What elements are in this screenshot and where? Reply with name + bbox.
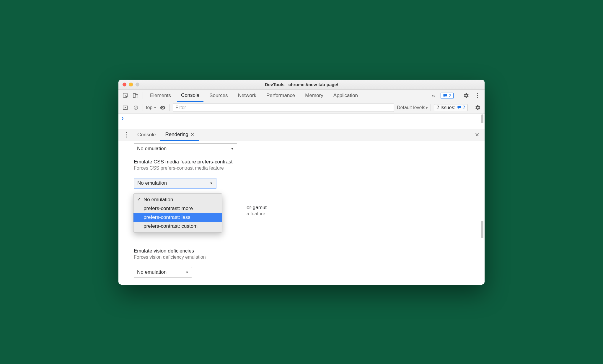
- rendering-panel: No emulation ▼ Emulate CSS media feature…: [118, 141, 485, 285]
- issues-label: 2 Issues:: [436, 105, 455, 110]
- drawer-tab-rendering-label: Rendering: [165, 132, 188, 137]
- vision-title: Emulate vision deficiencies: [134, 248, 469, 254]
- minimize-window-button[interactable]: [129, 83, 133, 86]
- drawer-tab-strip: ⋮ Console Rendering ✕ ✕: [118, 129, 485, 141]
- tab-sources[interactable]: Sources: [205, 90, 232, 102]
- contrast-dropdown: No emulation prefers-contrast: more pref…: [133, 193, 222, 233]
- main-tab-strip: Elements Console Sources Network Perform…: [118, 90, 485, 102]
- inspect-icon[interactable]: [121, 91, 130, 100]
- separator: [471, 104, 471, 111]
- zoom-window-button[interactable]: [136, 83, 139, 86]
- clear-console-icon[interactable]: [132, 104, 140, 112]
- tab-elements[interactable]: Elements: [146, 90, 175, 102]
- select-value: No emulation: [137, 146, 167, 152]
- top-emulation-select[interactable]: No emulation ▼: [134, 143, 237, 154]
- issues-badge-count: 2: [449, 93, 451, 98]
- dropdown-item-no-emulation[interactable]: No emulation: [133, 195, 222, 204]
- titlebar: DevTools - chrome://new-tab-page/: [118, 80, 485, 90]
- caret-down-icon: ▼: [210, 181, 213, 185]
- caret-down-icon: ▼: [231, 147, 234, 150]
- separator: [458, 92, 458, 99]
- gamut-desc-peek: a feature: [247, 211, 265, 217]
- select-value: No emulation: [137, 180, 167, 186]
- tab-network[interactable]: Network: [234, 90, 260, 102]
- panel-scrollbar-thumb[interactable]: [481, 221, 483, 238]
- svg-rect-2: [135, 94, 138, 98]
- caret-down-icon: ▼: [185, 270, 189, 274]
- separator: [143, 92, 143, 99]
- console-prompt-chevron-icon: ❯: [121, 116, 124, 121]
- tab-right-group: » 2 ⋮: [429, 91, 482, 100]
- devtools-window: DevTools - chrome://new-tab-page/ Elemen…: [118, 80, 485, 285]
- console-toolbar: top Default levels 2 Issues: 2: [118, 102, 485, 114]
- separator: [170, 104, 170, 111]
- issues-chip: 2: [457, 105, 465, 110]
- drawer-menu-icon[interactable]: ⋮: [120, 131, 133, 139]
- dropdown-item-custom[interactable]: prefers-contrast: custom: [133, 222, 222, 231]
- window-title: DevTools - chrome://new-tab-page/: [118, 82, 485, 87]
- chat-icon: [443, 94, 447, 98]
- device-toolbar-icon[interactable]: [131, 91, 140, 100]
- tabs-overflow-button[interactable]: »: [429, 91, 438, 100]
- live-expression-icon[interactable]: [159, 104, 167, 112]
- tab-console[interactable]: Console: [177, 90, 203, 102]
- context-selector[interactable]: top: [146, 105, 156, 110]
- chat-icon: [457, 106, 461, 110]
- log-levels-selector[interactable]: Default levels: [397, 105, 428, 110]
- separator: [143, 104, 143, 111]
- issues-badge[interactable]: 2: [441, 93, 454, 99]
- drawer-tab-console[interactable]: Console: [133, 129, 160, 141]
- tab-memory[interactable]: Memory: [301, 90, 327, 102]
- console-body[interactable]: ❯: [118, 114, 485, 129]
- issues-summary[interactable]: 2 Issues: 2: [434, 104, 468, 111]
- tab-performance[interactable]: Performance: [262, 90, 299, 102]
- contrast-desc: Forces CSS prefers-contrast media featur…: [134, 165, 469, 171]
- traffic-lights: [123, 83, 139, 86]
- vision-desc: Forces vision deficiency emulation: [134, 255, 469, 260]
- scrollbar-thumb[interactable]: [481, 114, 483, 123]
- more-menu-icon[interactable]: ⋮: [473, 91, 482, 100]
- close-tab-icon[interactable]: ✕: [191, 132, 194, 137]
- section-divider: [124, 243, 479, 243]
- contrast-select[interactable]: No emulation ▼: [134, 178, 216, 189]
- issues-chip-count: 2: [462, 105, 465, 110]
- close-window-button[interactable]: [123, 83, 126, 86]
- vision-select[interactable]: No emulation ▼: [134, 267, 192, 278]
- dropdown-item-more[interactable]: prefers-contrast: more: [133, 204, 222, 213]
- select-value: No emulation: [137, 269, 167, 275]
- contrast-title: Emulate CSS media feature prefers-contra…: [134, 159, 469, 165]
- console-settings-icon[interactable]: [474, 104, 482, 112]
- dropdown-item-less[interactable]: prefers-contrast: less: [133, 213, 222, 222]
- drawer-tab-rendering[interactable]: Rendering ✕: [160, 129, 199, 141]
- toggle-sidebar-icon[interactable]: [121, 104, 129, 112]
- gamut-title-peek: or-gamut: [247, 205, 267, 211]
- tab-application[interactable]: Application: [329, 90, 362, 102]
- console-filter-input[interactable]: [173, 104, 394, 112]
- separator: [431, 104, 431, 111]
- settings-icon[interactable]: [462, 91, 470, 100]
- drawer-close-icon[interactable]: ✕: [471, 132, 483, 138]
